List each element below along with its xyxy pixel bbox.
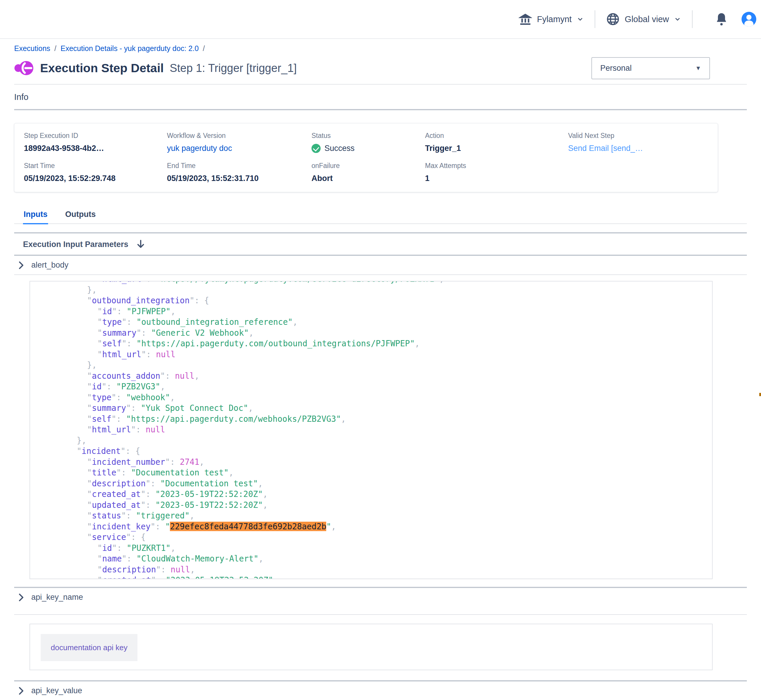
- code-line: },: [38, 435, 712, 446]
- divider: [14, 614, 747, 615]
- top-bar: Fylamynt Global view: [0, 0, 761, 39]
- code-token: ": [87, 425, 92, 434]
- code-line: "incident": {: [38, 445, 712, 456]
- code-token: ":: [111, 414, 126, 423]
- section-label: api_key_name: [31, 593, 83, 602]
- topbar-divider: [595, 10, 595, 28]
- scope-select[interactable]: Personal ▼: [591, 57, 710, 79]
- info-field: Start Time05/19/2023, 15:52:29.748: [24, 162, 167, 183]
- code-line: "type": "outbound_integration_reference"…: [38, 317, 712, 327]
- section-alert-body[interactable]: alert_body: [14, 258, 747, 273]
- code-token: ": [97, 306, 102, 316]
- code-token: ":: [151, 575, 166, 579]
- code-line: "outbound_integration": {: [38, 295, 712, 306]
- code-token: ": [326, 522, 331, 531]
- code-line: "description": "Documentation test",: [38, 478, 712, 489]
- tab-outputs[interactable]: Outputs: [64, 210, 96, 223]
- code-token: ":: [122, 554, 136, 563]
- code-token: outbound_integration: [92, 295, 189, 305]
- divider: [14, 109, 747, 110]
- code-line: "id": "PJFWPEP",: [38, 306, 712, 317]
- info-field: StatusSuccess: [312, 132, 425, 153]
- code-line: "id": "PUZKRT1",: [38, 542, 712, 553]
- download-arrow-icon[interactable]: [136, 239, 146, 250]
- code-token: ,: [170, 392, 175, 402]
- page-title: Execution Step Detail: [40, 61, 164, 75]
- code-token: ":: [141, 489, 155, 499]
- code-token: self: [102, 339, 122, 348]
- code-line: "updated_at": "2023-05-19T22:52:20Z",: [38, 500, 712, 511]
- code-token: ": [87, 392, 92, 402]
- breadcrumb-link[interactable]: Execution Details - yuk pagerduty doc: 2…: [61, 44, 199, 53]
- user-avatar[interactable]: [742, 12, 756, 27]
- org-menu[interactable]: Fylamynt: [518, 12, 584, 26]
- tab-inputs[interactable]: Inputs: [23, 210, 48, 224]
- code-token: },: [77, 436, 86, 445]
- code-token: "Yuk Spot Connect Doc": [141, 403, 248, 412]
- code-token: ": [87, 532, 92, 542]
- code-token: status: [92, 511, 121, 520]
- api-key-name-chip[interactable]: documentation api key: [41, 634, 138, 661]
- info-field: End Time05/19/2023, 15:52:31.710: [167, 162, 312, 183]
- code-token: created_at: [92, 489, 141, 499]
- code-token: ":: [111, 392, 126, 402]
- code-line: "accounts_addon": null,: [38, 370, 712, 381]
- field-value[interactable]: Send Email [send_…: [568, 144, 718, 153]
- notifications-bell-icon[interactable]: [715, 12, 728, 26]
- breadcrumb-link[interactable]: Executions: [14, 44, 50, 53]
- field-label: Step Execution ID: [24, 132, 167, 140]
- search-highlight: 229efec8feda44778d3fe692b28aed2b: [170, 522, 326, 531]
- global-view-menu[interactable]: Global view: [606, 12, 681, 26]
- chevron-right-icon: [18, 593, 24, 602]
- code-line: "summary": "Generic V2 Webhook",: [38, 327, 712, 338]
- code-token: "PUZKRT1": [127, 543, 171, 553]
- section-api-key-name[interactable]: api_key_name: [14, 591, 747, 605]
- code-token: description: [92, 479, 146, 488]
- code-token: ": {: [126, 532, 146, 542]
- code-token: ,: [249, 328, 254, 338]
- code-token: ": [87, 382, 92, 391]
- code-token: ": [87, 457, 92, 467]
- code-token: ":: [116, 468, 131, 477]
- code-token: ": [87, 414, 92, 423]
- code-token: ":: [156, 565, 171, 574]
- caret-down-icon: ▼: [695, 65, 701, 72]
- section-api-key-value[interactable]: api_key_value: [14, 684, 747, 699]
- divider: [14, 274, 747, 275]
- code-token: ":: [150, 522, 165, 531]
- info-card: Step Execution ID18992a43-9538-4b2…Workf…: [14, 123, 718, 192]
- code-token: ":: [160, 371, 175, 381]
- code-token: null: [156, 350, 175, 359]
- alert-body-json-viewer[interactable]: "html_url": "https://fylamynt.pagerduty.…: [30, 281, 712, 579]
- code-token: "https://api.pagerduty.com/webhooks/PZB2…: [126, 414, 341, 423]
- tab-bar: InputsOutputs: [14, 208, 747, 224]
- code-token: "https://api.pagerduty.com/outbound_inte…: [136, 339, 415, 348]
- code-token: ":: [122, 339, 136, 348]
- code-token: ":: [112, 306, 127, 316]
- field-label: onFailure: [312, 162, 425, 170]
- code-token: type: [92, 392, 111, 402]
- code-token: ": [87, 511, 92, 520]
- info-field: onFailureAbort: [312, 162, 425, 183]
- main-content: Executions/Execution Details - yuk pager…: [14, 39, 747, 699]
- code-token: title: [92, 468, 116, 477]
- code-token: },: [87, 285, 97, 294]
- page-header: Execution Step Detail Step 1: Trigger [t…: [14, 56, 747, 80]
- info-field: Workflow & Versionyuk pagerduty doc: [167, 132, 312, 153]
- code-token: ,: [248, 403, 253, 412]
- code-line: "id": "PZB2VG3",: [38, 381, 712, 392]
- info-field: Max Attempts1: [425, 162, 568, 183]
- field-value: Abort: [312, 174, 425, 183]
- code-token: "PJFWPEP": [127, 306, 171, 316]
- organization-bank-icon: [518, 12, 532, 26]
- code-token: html_url: [92, 425, 131, 434]
- code-token: html_url: [102, 281, 141, 284]
- code-line: "title": "Documentation test",: [38, 467, 712, 478]
- code-line: "summary": "Yuk Spot Connect Doc",: [38, 403, 712, 414]
- code-token: html_url: [102, 350, 141, 359]
- code-token: ,: [189, 511, 195, 520]
- code-token: incident: [82, 446, 121, 456]
- field-value[interactable]: yuk pagerduty doc: [167, 144, 312, 153]
- code-token: ":: [112, 543, 127, 553]
- code-line: "incident_number": 2741,: [38, 456, 712, 467]
